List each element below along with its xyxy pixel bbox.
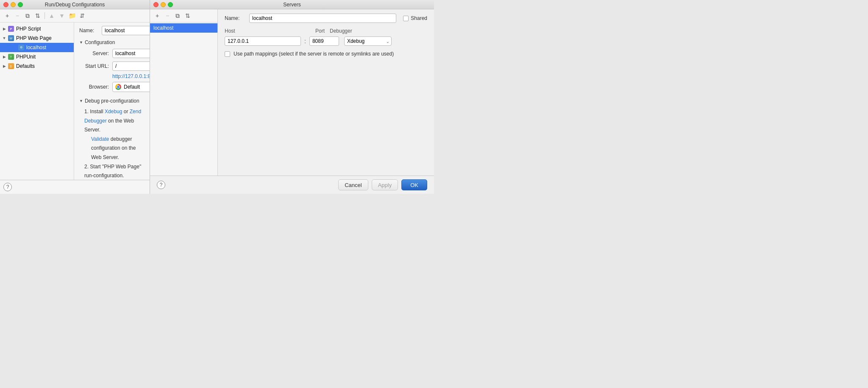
sidebar-item-label-defaults: Defaults xyxy=(16,63,35,69)
sidebar-item-php-script[interactable]: P PHP Script xyxy=(0,24,74,33)
server-select-wrapper: localhost ... xyxy=(112,49,150,58)
sidebar-item-defaults[interactable]: D Defaults xyxy=(0,61,74,71)
server-name-label: Name: xyxy=(225,15,246,21)
server-item-label: localhost xyxy=(153,25,173,31)
php-web-icon: W xyxy=(8,35,14,42)
or-text: or xyxy=(124,109,130,114)
php-script-icon: P xyxy=(8,25,14,32)
ok-button[interactable]: OK xyxy=(401,179,427,190)
server-field-label: Server: xyxy=(79,50,109,56)
run-debug-window: Run/Debug Configurations + − ⧉ ⇅ ▲ ▼ 📁 ⇵… xyxy=(0,0,150,194)
server-list-items: localhost xyxy=(150,22,217,176)
debug-step2: 2. Start "PHP Web Page" run-configuratio… xyxy=(84,162,145,180)
left-bottom: ? xyxy=(0,180,150,194)
server-row: Server: localhost ... xyxy=(74,47,150,60)
left-titlebar: Run/Debug Configurations xyxy=(0,0,150,9)
name-row: Name: xyxy=(74,22,150,38)
path-mapping-checkbox[interactable] xyxy=(225,51,230,57)
move-up-button[interactable]: ▲ xyxy=(47,11,56,20)
apply-button[interactable]: Apply xyxy=(372,179,398,190)
configuration-header: ▼ Configuration xyxy=(74,38,150,47)
start-url-input[interactable] xyxy=(112,61,150,71)
right-window-title: Servers xyxy=(283,2,300,8)
chrome-icon xyxy=(115,84,121,90)
validate-link[interactable]: Validate xyxy=(91,136,109,142)
move-down-button[interactable]: ▼ xyxy=(57,11,67,20)
left-toolbar: + − ⧉ ⇅ ▲ ▼ 📁 ⇵ xyxy=(0,9,150,22)
debug-step1: 1. Install Xdebug or Zend Debugger on th… xyxy=(84,107,145,135)
php-web-arrow xyxy=(2,36,7,41)
right-close-button[interactable] xyxy=(153,2,159,7)
sort-config-button[interactable]: ⇅ xyxy=(33,11,42,20)
sidebar-item-localhost[interactable]: ⚙ localhost xyxy=(0,43,74,52)
php-script-arrow xyxy=(2,26,7,31)
debug-toggle: ▼ xyxy=(79,99,83,103)
server-list-panel: + − ⧉ ⇅ localhost xyxy=(150,9,218,176)
left-help-button[interactable]: ? xyxy=(3,183,12,191)
server-name-row: Name: Shared xyxy=(225,14,427,23)
add-config-button[interactable]: + xyxy=(3,11,12,20)
defaults-arrow xyxy=(2,64,7,69)
name-label: Name: xyxy=(79,28,98,33)
cancel-button[interactable]: Cancel xyxy=(338,179,368,190)
right-traffic-lights xyxy=(153,2,173,7)
host-input[interactable] xyxy=(225,36,301,46)
path-mapping-label: Use path mappings (select if the server … xyxy=(234,51,394,57)
add-server-button[interactable]: + xyxy=(153,11,162,20)
copy-config-button[interactable]: ⧉ xyxy=(23,11,32,20)
right-titlebar: Servers xyxy=(150,0,434,9)
config-toggle: ▼ xyxy=(79,40,83,45)
maximize-button[interactable] xyxy=(18,2,23,7)
port-header-label: Port xyxy=(301,28,326,34)
debug-section-label: Debug pre-configuration xyxy=(85,98,139,104)
server-field-headers: Host Port Debugger xyxy=(225,28,427,34)
localhost-icon: ⚙ xyxy=(18,44,25,51)
minimize-button[interactable] xyxy=(11,2,16,7)
browser-select-wrapper: Default ... xyxy=(112,82,150,92)
phpunit-icon: T xyxy=(8,53,14,60)
debugger-header-label: Debugger xyxy=(330,28,359,34)
path-mapping-row: Use path mappings (select if the server … xyxy=(225,51,427,57)
step1-text: 1. Install xyxy=(84,109,103,114)
debug-steps: 1. Install Xdebug or Zend Debugger on th… xyxy=(74,106,150,180)
browser-select[interactable]: Default xyxy=(121,82,150,92)
folder-button[interactable]: 📁 xyxy=(67,11,77,20)
server-name-input[interactable] xyxy=(249,14,396,23)
nav-server-button[interactable]: ⇅ xyxy=(183,11,192,20)
right-help-button[interactable]: ? xyxy=(157,181,165,189)
sidebar-item-phpunit[interactable]: T PHPUnit xyxy=(0,52,74,61)
remove-server-button[interactable]: − xyxy=(163,11,172,20)
sidebar-item-label-localhost: localhost xyxy=(26,45,46,50)
remove-config-button[interactable]: − xyxy=(13,11,22,20)
name-input[interactable] xyxy=(102,26,150,35)
sort2-button[interactable]: ⇵ xyxy=(78,11,87,20)
config-panel: Name: ▼ Configuration Server: localhost xyxy=(74,22,150,180)
right-content: + − ⧉ ⇅ localhost Name: xyxy=(150,9,434,176)
right-bottom-bar: ? Cancel Apply OK xyxy=(150,176,434,194)
copy-server-button[interactable]: ⧉ xyxy=(173,11,182,20)
right-action-buttons: Cancel Apply OK xyxy=(338,179,427,190)
sidebar-item-php-web-page[interactable]: W PHP Web Page xyxy=(0,33,74,43)
server-select[interactable]: localhost xyxy=(112,49,150,58)
server-select-container: localhost xyxy=(112,49,150,58)
right-maximize-button[interactable] xyxy=(168,2,173,7)
close-button[interactable] xyxy=(3,2,8,7)
port-input[interactable] xyxy=(309,36,339,46)
configuration-label: Configuration xyxy=(85,39,115,45)
server-list-item-localhost[interactable]: localhost xyxy=(150,23,217,33)
debug-section-header: ▼ Debug pre-configuration xyxy=(74,96,150,106)
sidebar-item-label-php-web: PHP Web Page xyxy=(16,35,52,41)
phpunit-arrow xyxy=(2,54,7,59)
xdebug-link[interactable]: Xdebug xyxy=(105,109,122,114)
shared-checkbox[interactable] xyxy=(403,16,409,21)
validate-row: Validate debugger configuration on the W… xyxy=(84,135,145,162)
sidebar-item-label-php-script: PHP Script xyxy=(16,26,41,32)
right-minimize-button[interactable] xyxy=(161,2,166,7)
colon-separator: : xyxy=(303,38,308,45)
debugger-select[interactable]: Xdebug Zend Debugger xyxy=(344,36,392,46)
left-content: P PHP Script W PHP Web Page ⚙ l xyxy=(0,22,150,180)
toolbar-separator xyxy=(45,12,45,19)
start-url-label: Start URL: xyxy=(79,63,109,69)
url-display-link[interactable]: http://127.0.0.1:8089/ xyxy=(74,73,150,80)
browser-row: Browser: Default ... xyxy=(74,80,150,94)
